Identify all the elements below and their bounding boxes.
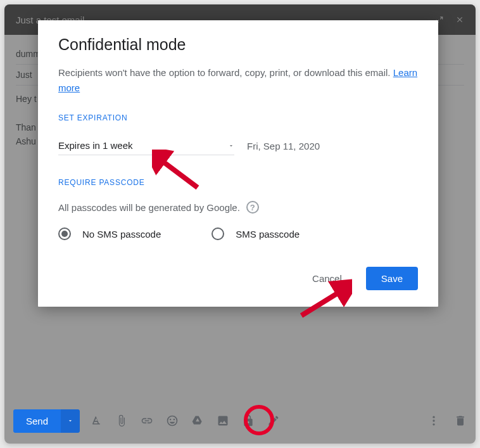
no-sms-label: No SMS passcode — [82, 229, 161, 240]
send-button[interactable]: Send — [13, 409, 61, 433]
dialog-description: Recipients won't have the option to forw… — [58, 65, 418, 96]
radio-unchecked-icon — [212, 227, 224, 240]
more-icon[interactable] — [427, 414, 440, 427]
svg-point-2 — [433, 423, 434, 425]
sms-option[interactable]: SMS passcode — [212, 227, 300, 240]
format-toolbar — [90, 414, 280, 427]
passcode-description: All passcodes will be generated by Googl… — [58, 201, 418, 214]
expiration-select[interactable]: Expires in 1 week — [58, 136, 234, 155]
passcode-label: REQUIRE PASSCODE — [58, 178, 418, 187]
emoji-icon[interactable] — [166, 414, 179, 427]
expiration-date: Fri, Sep 11, 2020 — [247, 141, 320, 151]
dialog-title: Confidential mode — [58, 35, 418, 54]
link-icon[interactable] — [141, 414, 153, 427]
no-sms-option[interactable]: No SMS passcode — [58, 227, 161, 240]
trash-icon[interactable] — [454, 414, 467, 427]
sms-label: SMS passcode — [236, 229, 300, 240]
desc-text: Recipients won't have the option to forw… — [58, 67, 393, 78]
attach-icon[interactable] — [115, 414, 128, 427]
expiration-row: Expires in 1 week Fri, Sep 11, 2020 — [58, 136, 418, 155]
cancel-button[interactable]: Cancel — [305, 268, 350, 289]
expiration-label: SET EXPIRATION — [58, 113, 418, 122]
help-icon[interactable]: ? — [246, 201, 259, 214]
save-button[interactable]: Save — [366, 267, 418, 290]
compose-toolbar: Send — [13, 403, 467, 438]
svg-point-0 — [433, 416, 434, 418]
toolbar-right — [427, 414, 467, 427]
pen-icon[interactable] — [267, 414, 280, 427]
confidential-icon[interactable] — [242, 414, 255, 427]
radio-checked-icon — [58, 227, 71, 240]
send-button-group: Send — [13, 409, 80, 433]
passcode-options: No SMS passcode SMS passcode — [58, 227, 418, 240]
passcode-desc-text: All passcodes will be generated by Googl… — [58, 202, 240, 213]
chevron-down-icon — [228, 143, 234, 149]
expiration-value: Expires in 1 week — [58, 140, 133, 151]
dialog-actions: Cancel Save — [58, 267, 418, 290]
format-icon[interactable] — [90, 414, 103, 427]
chevron-down-icon — [67, 418, 73, 424]
confidential-mode-dialog: Confidential mode Recipients won't have … — [38, 20, 438, 307]
send-dropdown[interactable] — [61, 409, 80, 433]
image-icon[interactable] — [217, 414, 229, 427]
svg-point-1 — [433, 419, 434, 421]
drive-icon[interactable] — [191, 414, 204, 427]
